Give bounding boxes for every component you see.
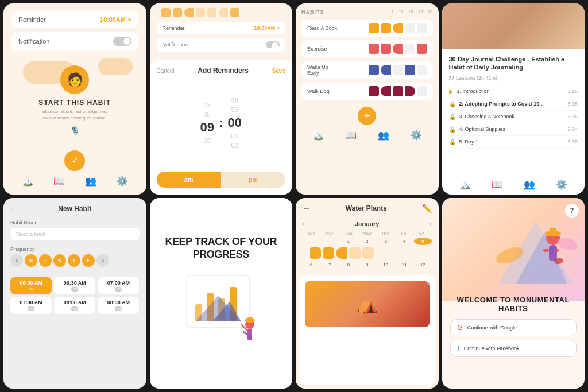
check-button[interactable]: ✓: [64, 150, 85, 171]
lock-icon: 🔒: [449, 114, 456, 120]
habit-blocks-wakeup: [369, 65, 427, 75]
lesson-row-3[interactable]: 🔒 3. Choosing a Notebook 6:06: [449, 111, 578, 123]
mini-reminder-row[interactable]: Reminder 10:00AM >: [157, 22, 286, 34]
cal-cell[interactable]: 1: [340, 238, 357, 245]
nav-settings-icon[interactable]: ⚙️: [411, 130, 422, 141]
close-button[interactable]: ×: [426, 280, 430, 288]
bottom-nav-2: 🏔️ 📖 👥 ⚙️: [301, 130, 433, 141]
cal-cell[interactable]: 12: [414, 261, 431, 269]
nav-home-icon[interactable]: 🏔️: [312, 130, 324, 141]
mini-notification-row[interactable]: Notification: [157, 38, 286, 52]
day-chip-wed[interactable]: W: [53, 254, 66, 267]
mic-icon: 🎙️: [70, 126, 80, 135]
cal-cell[interactable]: 3: [377, 238, 394, 245]
bottom-nav: 🏔️ 📖 👥 ⚙️: [11, 176, 138, 187]
toggle-off-icon[interactable]: [113, 37, 131, 46]
habit-row-exercise[interactable]: Exercise: [301, 40, 433, 57]
lesson-row-1[interactable]: ▶ 1. Introduction 2:16: [449, 86, 578, 98]
time-slots: 06:00 AM Off 06:30 AM Off 07:00 AM Off 0…: [10, 277, 140, 314]
cal-cell[interactable]: 7: [321, 261, 338, 269]
nav-settings-icon[interactable]: ⚙️: [556, 179, 567, 190]
minute-column[interactable]: 58 59 00 01 02: [227, 97, 241, 149]
time-slot-0700[interactable]: 07:00 AM Off: [98, 277, 139, 294]
day-chip-mon[interactable]: M: [25, 254, 37, 267]
time-slot-0600[interactable]: 06:00 AM Off: [10, 277, 52, 294]
time-slot-0800[interactable]: 08:00 AM Off: [54, 297, 95, 314]
frequency-group: Frequency S M T W T F S: [10, 246, 140, 271]
hour-column[interactable]: 07 08 09 10: [200, 102, 214, 144]
cal-next-button[interactable]: ›: [429, 220, 431, 228]
reminder-row[interactable]: Reminder 10:00AM >: [11, 11, 138, 28]
hblock-blue: [369, 65, 379, 75]
card-habits-tracker: HABITS 17 18 18 19 20 Read A Book Exerci…: [296, 3, 439, 195]
nav-book-icon[interactable]: 📖: [492, 179, 503, 190]
card-water-plants: ← Water Plants ✏️ ‹ January › SUN MON TU…: [296, 198, 439, 389]
nav-book-icon[interactable]: 📖: [53, 176, 65, 187]
frequency-label: Frequency: [10, 246, 140, 252]
nav-book-icon[interactable]: 📖: [345, 130, 357, 141]
ampm-selector[interactable]: am pm: [157, 172, 286, 188]
habit-row-walkdog[interactable]: Walk Dog: [301, 83, 433, 100]
time-slot-0630[interactable]: 06:30 AM Off: [54, 277, 95, 294]
cal-day-label-wed: WED: [358, 231, 376, 235]
nav-home-icon[interactable]: 🏔️: [459, 179, 471, 190]
lesson-row-5[interactable]: 🔒 5. Day 1 3:38: [449, 136, 578, 149]
wp-header: ← Water Plants ✏️: [296, 198, 439, 216]
cal-cell[interactable]: 2: [358, 238, 376, 245]
cancel-button[interactable]: Cancel: [157, 68, 175, 74]
mini-toggle[interactable]: [266, 41, 280, 48]
lesson-row-2[interactable]: 🔒 2. Adopting Prompts to Covid-19... 3:0…: [449, 98, 578, 111]
day-chip-sun[interactable]: S: [10, 254, 23, 267]
cal-dot: [207, 8, 216, 17]
google-login-button[interactable]: G Continue with Google: [450, 319, 577, 336]
pm-button[interactable]: pm: [221, 172, 285, 188]
cal-cell[interactable]: 8: [340, 261, 357, 269]
nav-people-icon[interactable]: 👥: [378, 130, 389, 141]
cal-cell[interactable]: 9: [358, 261, 376, 269]
habit-row-read[interactable]: Read A Book: [301, 20, 433, 37]
cal-cell[interactable]: 11: [396, 261, 413, 269]
notification-row[interactable]: Notification: [11, 32, 138, 51]
day-chip-sat[interactable]: S: [96, 254, 109, 267]
day-label: 18: [399, 9, 404, 15]
wp-back-button[interactable]: ←: [303, 204, 311, 213]
day-chip-tue[interactable]: T: [39, 254, 52, 267]
habit-row-wakeup[interactable]: Wake Up Early: [301, 61, 433, 79]
cloud-shape-2: [98, 58, 133, 75]
cal-cell[interactable]: 6: [303, 261, 320, 269]
cal-cell-today[interactable]: 5: [414, 238, 431, 245]
nav-people-icon[interactable]: 👥: [85, 176, 96, 187]
nav-settings-icon[interactable]: ⚙️: [117, 176, 128, 187]
cal-dot: [230, 8, 239, 17]
cal-month: January: [355, 220, 379, 227]
nav-people-icon[interactable]: 👥: [524, 179, 535, 190]
hour-prev: 07: [204, 102, 211, 108]
card-welcome: ?: [442, 198, 585, 389]
back-button[interactable]: ←: [10, 204, 18, 214]
start-title: START THIS HABIT: [38, 99, 111, 107]
cal-cell[interactable]: 10: [377, 261, 394, 269]
day-chip-thu[interactable]: T: [68, 254, 80, 267]
cal-cell[interactable]: 4: [396, 238, 413, 245]
hblock: [381, 23, 391, 33]
add-habit-fab[interactable]: +: [358, 107, 376, 125]
reminder-label: Reminder: [18, 16, 46, 23]
wp-edit-button[interactable]: ✏️: [422, 204, 432, 213]
min-last: 02: [231, 142, 238, 149]
cal-prev-button[interactable]: ‹: [303, 220, 305, 228]
habit-name-input[interactable]: Read a book: [10, 228, 140, 240]
days-row: S M T W T F S: [10, 254, 140, 267]
hblock-empty: [417, 65, 427, 75]
wp-title: Water Plants: [346, 204, 387, 212]
facebook-login-button[interactable]: f Continue with Facebook: [450, 340, 577, 357]
time-slot-0730[interactable]: 07:30 AM Off: [10, 297, 52, 314]
cal-dot-half: [219, 8, 228, 17]
card-habit-reminder: Reminder 10:00AM > Notification 🧑 START …: [3, 3, 146, 195]
day-chip-fri[interactable]: F: [82, 254, 95, 267]
question-bubble[interactable]: ?: [565, 204, 579, 218]
save-button[interactable]: Save: [272, 68, 285, 74]
time-slot-0830[interactable]: 08:30 AM Off: [98, 297, 139, 314]
lesson-row-4[interactable]: 🔒 4. Optional Supplies 2:04: [449, 123, 578, 136]
nav-home-icon[interactable]: 🏔️: [22, 176, 33, 187]
am-button[interactable]: am: [157, 172, 221, 188]
